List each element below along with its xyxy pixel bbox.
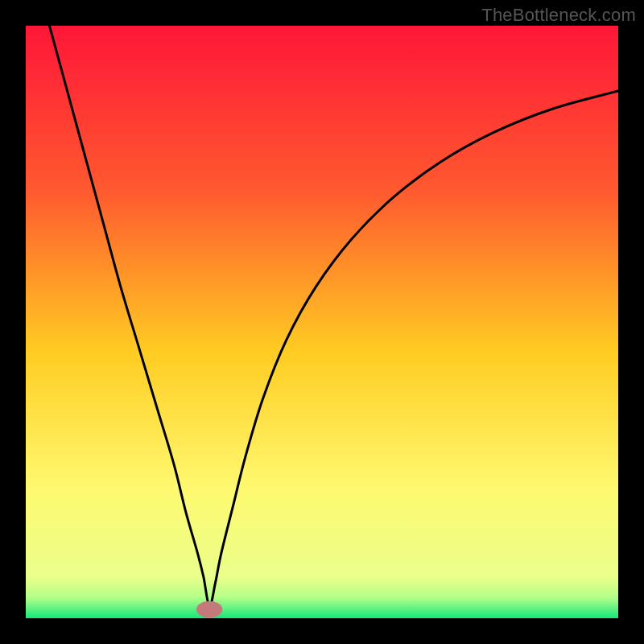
gradient-background: [26, 26, 618, 618]
plot-area: [26, 26, 618, 618]
chart-svg: [26, 26, 618, 618]
watermark-text: TheBottleneck.com: [481, 5, 636, 26]
optimum-marker: [196, 601, 222, 618]
chart-frame: TheBottleneck.com: [0, 0, 644, 644]
